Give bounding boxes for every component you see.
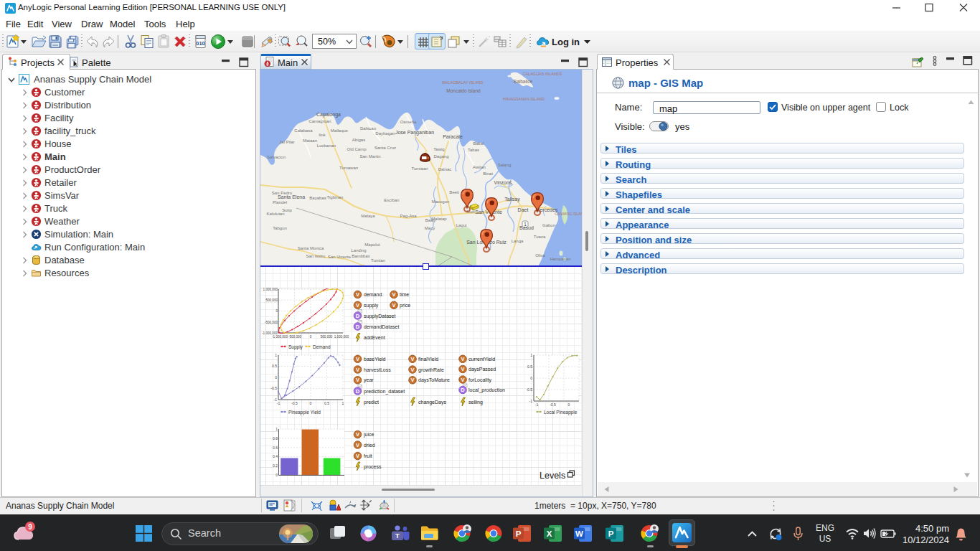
svg-text:Awitan: Awitan [473, 165, 486, 169]
svg-text:V: V [461, 377, 464, 383]
svg-text:-1: -1 [529, 399, 533, 403]
svg-text:0: 0 [310, 401, 312, 405]
svg-text:V: V [356, 302, 359, 309]
svg-text:-0.5: -0.5 [550, 402, 556, 407]
svg-text:Vinzons: Vinzons [494, 180, 512, 185]
svg-text:0.5: 0.5 [272, 364, 277, 368]
svg-text:predict: predict [364, 400, 379, 405]
svg-text:0.6: 0.6 [273, 446, 278, 450]
svg-text:Itok: Itok [319, 133, 326, 137]
svg-text:Basud: Basud [519, 225, 534, 230]
svg-text:dried: dried [364, 443, 375, 448]
svg-text:Daet: Daet [518, 207, 529, 212]
svg-text:daysPassed: daysPassed [468, 367, 496, 372]
svg-text:Gabon: Gabon [542, 223, 555, 227]
svg-text:1,000,000: 1,000,000 [334, 335, 349, 339]
svg-text:Hampasan: Hampasan [550, 257, 570, 261]
svg-text:currentYield: currentYield [468, 357, 495, 362]
svg-text:Abigas: Abigas [352, 138, 365, 142]
svg-text:Tumawan: Tumawan [339, 166, 358, 170]
svg-text:Demand: Demand [313, 344, 331, 349]
svg-text:Santa Elena: Santa Elena [278, 194, 305, 199]
svg-text:Kalulutan: Kalulutan [266, 212, 284, 216]
svg-text:Beeit: Beeit [449, 190, 459, 194]
svg-text:HINAGDANAN ISLAND: HINAGDANAN ISLAND [503, 97, 545, 101]
svg-text:addEvent: addEvent [364, 335, 385, 340]
svg-text:V: V [392, 302, 395, 309]
svg-text:-500,000: -500,000 [288, 335, 302, 339]
svg-text:1: 1 [342, 401, 344, 405]
svg-text:process: process [364, 464, 382, 470]
svg-text:time: time [400, 292, 409, 297]
svg-text:0: 0 [310, 335, 312, 339]
svg-text:-1: -1 [277, 401, 281, 405]
svg-text:Salvacion: Salvacion [267, 155, 286, 159]
svg-text:forLocality: forLocality [468, 377, 491, 383]
svg-text:V: V [410, 377, 414, 383]
svg-text:-500,000: -500,000 [265, 321, 278, 324]
svg-text:Bambban: Bambban [352, 254, 370, 258]
svg-text:500,000: 500,000 [265, 298, 278, 302]
svg-text:0.5: 0.5 [527, 364, 532, 369]
svg-text:Mataan: Mataan [303, 138, 317, 143]
svg-text:Santa Cruz: Santa Cruz [374, 146, 396, 150]
svg-text:0: 0 [275, 309, 278, 313]
svg-text:V: V [356, 356, 359, 362]
svg-text:Landing: Landing [351, 248, 366, 253]
svg-text:Tabgon: Tabgon [273, 226, 287, 230]
svg-text:changeDays: changeDays [418, 400, 446, 405]
svg-text:supply: supply [364, 303, 379, 309]
svg-text:W: W [575, 529, 583, 538]
svg-text:San Isidro: San Isidro [306, 254, 326, 258]
svg-text:Paracale: Paracale [443, 134, 463, 139]
svg-text:Capalonga: Capalonga [316, 112, 341, 118]
svg-text:Tumiaan: Tumiaan [411, 166, 428, 171]
svg-text:demandDataset: demandDataset [364, 324, 399, 329]
svg-text:Talisay: Talisay [504, 197, 520, 202]
svg-text:Lagui: Lagui [456, 223, 467, 227]
svg-text:V: V [392, 291, 395, 298]
svg-text:X: X [547, 529, 552, 538]
svg-text:D: D [356, 324, 360, 330]
svg-text:Tigbinan: Tigbinan [327, 195, 344, 199]
svg-text:D: D [461, 387, 465, 393]
svg-text:Osmeña: Osmeña [400, 120, 417, 124]
svg-text:Macy: Macy [425, 226, 435, 230]
svg-text:V: V [356, 367, 359, 373]
svg-text:V: V [410, 367, 414, 373]
svg-text:supplyDataset: supplyDataset [364, 314, 395, 319]
svg-text:V: V [461, 366, 464, 372]
svg-text:local_production: local_production [468, 387, 505, 393]
svg-text:D: D [356, 313, 360, 319]
svg-text:Old Camp: Old Camp [347, 147, 367, 151]
svg-text:Pineapple Yield: Pineapple Yield [288, 410, 321, 415]
svg-text:selling: selling [468, 400, 483, 405]
svg-text:Plandel: Plandel [273, 200, 287, 204]
svg-text:San Vicente: San Vicente [328, 255, 352, 259]
svg-text:demand: demand [364, 292, 382, 297]
svg-text:9: 9 [28, 523, 32, 531]
svg-text:V: V [356, 291, 359, 298]
svg-text:growthRate: growthRate [418, 367, 444, 373]
svg-text:San Martin: San Martin [359, 154, 380, 159]
svg-text:Tawig: Tawig [433, 147, 444, 151]
svg-text:Exciban: Exciban [384, 198, 399, 202]
svg-text:price: price [400, 303, 410, 309]
svg-text:V: V [356, 442, 359, 448]
svg-text:0: 0 [530, 376, 532, 380]
svg-text:Tabas: Tabas [468, 148, 479, 152]
svg-text:CALAGUAS ISLANDS: CALAGUAS ISLANDS [522, 72, 562, 76]
svg-text:0: 0 [568, 402, 570, 407]
svg-text:T: T [395, 532, 400, 540]
svg-text:Dalnac: Dalnac [438, 167, 452, 171]
svg-text:500,000: 500,000 [321, 335, 333, 339]
svg-text:0.4: 0.4 [273, 454, 278, 458]
svg-text:Binat: Binat [483, 171, 493, 176]
svg-text:Balbalice: Balbalice [514, 79, 533, 84]
svg-text:juice: juice [363, 432, 374, 438]
svg-text:-0.5: -0.5 [526, 387, 532, 392]
svg-text:Dagang: Dagang [433, 154, 448, 159]
svg-text:Mallaque: Mallaque [331, 128, 349, 133]
svg-text:-0.5: -0.5 [291, 401, 298, 405]
svg-text:Calabasa: Calabasa [294, 128, 313, 133]
